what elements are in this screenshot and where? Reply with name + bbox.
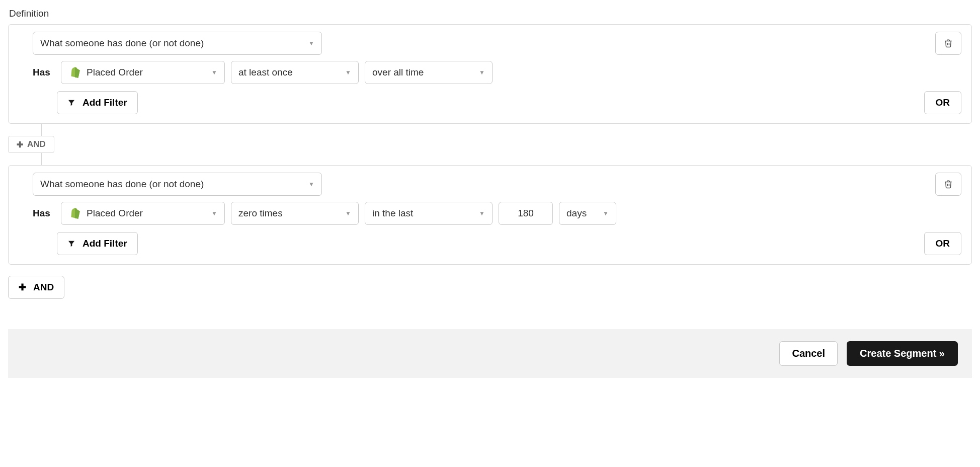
chevron-down-icon: ▼ [479, 210, 485, 217]
chevron-down-icon: ▼ [211, 210, 217, 217]
timeframe-select[interactable]: in the last ▼ [365, 202, 493, 225]
add-filter-button[interactable]: Add Filter [57, 91, 138, 114]
trash-icon [944, 39, 953, 48]
event-select[interactable]: Placed Order ▼ [61, 202, 225, 225]
chevron-down-icon: ▼ [308, 181, 314, 188]
add-and-button[interactable]: ✚ AND [8, 276, 64, 299]
timeframe-value: in the last [372, 208, 413, 219]
create-segment-button[interactable]: Create Segment » [847, 341, 958, 366]
unit-value: days [566, 208, 587, 219]
or-button[interactable]: OR [924, 232, 962, 255]
shopify-icon [68, 66, 81, 79]
filter-icon [67, 240, 75, 248]
trash-icon [944, 180, 953, 189]
chevron-down-icon: ▼ [479, 69, 485, 76]
condition-card: What someone has done (or not done) ▼ Ha… [8, 24, 972, 124]
has-label: Has [33, 67, 53, 78]
section-title: Definition [9, 8, 972, 19]
connector-line [41, 124, 42, 136]
has-label: Has [33, 208, 53, 219]
chevron-down-icon: ▼ [345, 69, 351, 76]
shopify-icon [68, 207, 81, 220]
footer-bar: Cancel Create Segment » [8, 329, 972, 378]
plus-icon: ✚ [19, 282, 26, 293]
frequency-select[interactable]: zero times ▼ [231, 202, 359, 225]
timeframe-value: over all time [372, 67, 424, 78]
delete-condition-button[interactable] [935, 32, 961, 55]
timeframe-select[interactable]: over all time ▼ [365, 61, 493, 84]
condition-type-value: What someone has done (or not done) [40, 38, 204, 49]
and-connector-pill: ✚ AND [8, 136, 54, 153]
frequency-select[interactable]: at least once ▼ [231, 61, 359, 84]
timeframe-unit-select[interactable]: days ▼ [559, 202, 616, 225]
and-label: AND [27, 139, 46, 149]
condition-type-select[interactable]: What someone has done (or not done) ▼ [33, 32, 322, 55]
chevron-down-icon: ▼ [603, 210, 609, 217]
frequency-value: zero times [238, 208, 283, 219]
or-label: OR [936, 97, 950, 108]
condition-type-select[interactable]: What someone has done (or not done) ▼ [33, 173, 322, 196]
cancel-button[interactable]: Cancel [779, 341, 838, 366]
plus-icon: ✚ [17, 140, 23, 149]
filter-icon [67, 99, 75, 107]
add-and-label: AND [33, 282, 54, 293]
chevron-down-icon: ▼ [211, 69, 217, 76]
add-filter-label: Add Filter [83, 238, 127, 249]
chevron-down-icon: ▼ [345, 210, 351, 217]
create-segment-label: Create Segment » [860, 348, 945, 359]
event-value: Placed Order [87, 208, 143, 219]
connector-line [41, 153, 42, 165]
timeframe-number-input[interactable] [499, 202, 553, 225]
event-value: Placed Order [87, 67, 143, 78]
condition-type-value: What someone has done (or not done) [40, 179, 204, 190]
or-button[interactable]: OR [924, 91, 962, 114]
condition-card: What someone has done (or not done) ▼ Ha… [8, 165, 972, 265]
event-select[interactable]: Placed Order ▼ [61, 61, 225, 84]
add-filter-button[interactable]: Add Filter [57, 232, 138, 255]
chevron-down-icon: ▼ [308, 40, 314, 47]
add-filter-label: Add Filter [83, 97, 127, 108]
or-label: OR [936, 238, 950, 249]
delete-condition-button[interactable] [935, 173, 961, 196]
frequency-value: at least once [238, 67, 293, 78]
